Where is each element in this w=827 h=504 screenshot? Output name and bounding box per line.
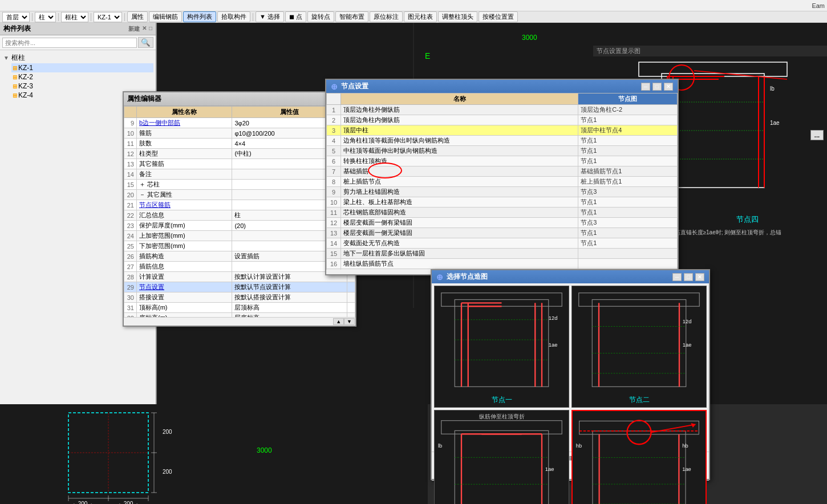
prop-row: 26 插筋构造 设置插筋: [124, 251, 355, 262]
node-row-name: 顶层中柱: [341, 125, 578, 136]
select-node-minimize[interactable]: ─: [672, 273, 682, 281]
prop-row-name: 插筋信息: [137, 262, 232, 272]
prop-row: 24 上加密范围(mm): [124, 231, 355, 241]
node-row[interactable]: 2 顶层边角柱内侧纵筋 节点1: [327, 115, 678, 125]
floor-select[interactable]: 首层: [2, 12, 30, 22]
svg-text:200: 200: [163, 469, 172, 475]
node-row-img: 节点1: [578, 197, 678, 208]
node-settings-minimize[interactable]: ─: [641, 83, 650, 91]
tree-item-kz2[interactable]: ⊞ KZ-2: [11, 72, 153, 82]
scroll-up-btn[interactable]: ▲: [333, 318, 344, 325]
node-col-name: 名称: [341, 94, 578, 105]
tree-item-kz2-label: KZ-2: [18, 73, 33, 81]
node-row[interactable]: 5 中柱顶等截面伸出时纵向钢筋构造 节点1: [327, 146, 678, 156]
tree-item-kz1[interactable]: ⊞ KZ-1: [11, 63, 153, 72]
prop-col-num: [124, 107, 137, 118]
prop-row: 30 搭接设置 按默认搭接设置计算: [124, 292, 355, 303]
attr-btn[interactable]: 属性: [127, 11, 148, 22]
delete-small-btn[interactable]: ✕: [142, 25, 147, 33]
svg-text:←200→: ←200→: [118, 501, 139, 504]
node-row-name: 变截面处无节点构造: [341, 238, 578, 249]
node-row-name: 中柱顶等截面伸出时纵向钢筋构造: [341, 146, 578, 156]
select-btn[interactable]: ▼ 选择: [256, 11, 284, 22]
prop-row-name[interactable]: 节点设置: [137, 282, 232, 292]
node-row-img: 基础插筋节点1: [578, 166, 678, 177]
prop-row-num: 28: [124, 272, 137, 282]
node-settings-close[interactable]: ✕: [664, 83, 673, 91]
node-cell-2[interactable]: 1ae 12d 节点二: [571, 286, 707, 408]
prop-row-name[interactable]: 节点区箍筋: [137, 200, 232, 210]
node-row[interactable]: 4 边角柱柱顶等截面伸出时纵向钢筋构造 节点1: [327, 136, 678, 146]
prop-row: 12 柱类型 (中柱): [124, 149, 355, 159]
node1-label: 节点一: [435, 395, 569, 405]
tree-root-kuangzhu[interactable]: ▼ 框柱: [2, 52, 153, 63]
node-cell-1[interactable]: 12d 1ae 节点一: [434, 286, 569, 408]
edit-rebar-btn[interactable]: 编辑钢筋: [149, 11, 182, 22]
node-row[interactable]: 12 楼层变截面一侧有梁锚固 节点3: [327, 218, 678, 228]
prop-row-name: 箍筋: [137, 128, 232, 139]
prop-row-value[interactable]: 层底标高: [232, 313, 347, 318]
prop-row: 13 其它箍筋: [124, 159, 355, 169]
node-table: 名称 节点图 1 顶层边角柱外侧纵筋 顶层边角柱C-2 2 顶层边角柱内侧纵筋 …: [326, 93, 678, 270]
node-settings-restore[interactable]: □: [652, 83, 662, 91]
prop-row-num: 15: [124, 180, 137, 190]
more-ellipsis-btn[interactable]: ...: [810, 130, 824, 140]
prop-row-value[interactable]: 按默认搭接设置计算: [232, 292, 347, 303]
col-type-select[interactable]: 框柱: [61, 12, 88, 22]
svg-text:hb: hb: [682, 443, 688, 449]
smart-layout-btn[interactable]: 智能布置: [335, 11, 368, 22]
scroll-down-btn[interactable]: ▼: [344, 318, 355, 325]
tree-item-kz3-label: KZ-3: [18, 82, 33, 90]
node-row[interactable]: 7 基础插筋 基础插筋节点1: [327, 166, 678, 177]
svg-text:1ae: 1ae: [545, 465, 554, 472]
adjust-col-top-btn[interactable]: 调整柱顶头: [438, 11, 477, 22]
node-row[interactable]: 11 芯柱钢筋底部锚固构造 节点1: [327, 208, 678, 218]
select-node-restore[interactable]: □: [684, 273, 693, 281]
node-row[interactable]: 3 顶层中柱 顶层中柱节点4: [327, 125, 678, 136]
node-row[interactable]: 8 桩上插筋节点 桩上插筋节点1: [327, 177, 678, 187]
node-row[interactable]: 14 变截面处无节点构造 节点1: [327, 238, 678, 249]
search-input[interactable]: [2, 38, 137, 48]
node-row[interactable]: 10 梁上柱、板上柱基部构造 节点1: [327, 197, 678, 208]
component-type-select[interactable]: 柱: [35, 12, 56, 22]
new-btn[interactable]: 新建: [128, 25, 140, 33]
tree-item-kz3[interactable]: ⊞ KZ-3: [11, 82, 153, 91]
node-row-num: 11: [327, 208, 341, 218]
prop-row-num: 24: [124, 231, 137, 241]
position-btn[interactable]: 按楼位置置: [479, 11, 518, 22]
node-row[interactable]: 9 剪力墙上柱锚固构造 节点3: [327, 187, 678, 197]
kz-select[interactable]: KZ-1: [94, 12, 122, 22]
node-row[interactable]: 1 顶层边角柱外侧纵筋 顶层边角柱C-2: [327, 105, 678, 115]
search-button[interactable]: 🔍: [138, 37, 153, 48]
node-settings-win-btns: ─ □ ✕: [641, 83, 673, 91]
prop-row-num: 25: [124, 241, 137, 251]
prop-row-name: 顶标高(m): [137, 303, 232, 313]
node-row[interactable]: 15 地下一层柱首层多出纵筋锚固: [327, 249, 678, 259]
element-col-table-btn[interactable]: 图元柱表: [404, 11, 437, 22]
prop-row-name[interactable]: b边一侧中部筋: [137, 118, 232, 128]
left-panel-title-text: 构件列表: [3, 24, 31, 34]
node-cell-4[interactable]: 1ae hb hb 节点四: [571, 410, 707, 505]
prop-row-num: 20: [124, 190, 137, 200]
original-annotation-btn[interactable]: 原位标注: [370, 11, 403, 22]
node-row-img: 节点1: [578, 115, 678, 125]
prop-row: 9 b边一侧中部筋 3φ20: [124, 118, 355, 128]
point-btn[interactable]: ◼ 点: [285, 11, 306, 22]
prop-tbody: 9 b边一侧中部筋 3φ20 10 箍筋 φ10@100/200 11 肢数 4…: [124, 118, 355, 318]
kz2-icon: ⊞: [13, 74, 17, 80]
node-row-name: 芯柱钢筋底部锚固构造: [341, 208, 578, 218]
rotate-point-btn[interactable]: 旋转点: [307, 11, 334, 22]
copy-small-btn[interactable]: □: [149, 25, 152, 33]
prop-row-value[interactable]: 按默认节点设置计算: [232, 282, 347, 292]
prop-row: 29 节点设置 按默认节点设置计算: [124, 282, 355, 292]
pick-component-btn[interactable]: 拾取构件: [217, 11, 250, 22]
node-row[interactable]: 13 楼层变截面一侧无梁锚固 节点1: [327, 228, 678, 238]
node-cell-3[interactable]: 纵筋伸至柱顶弯折 1ae lb 节点三: [434, 410, 569, 505]
node-row[interactable]: 16 墙柱纵筋插筋节点: [327, 259, 678, 269]
select-node-close[interactable]: ✕: [695, 273, 704, 281]
component-list-btn[interactable]: 构件列表: [183, 11, 216, 22]
node-row[interactable]: 6 转换柱柱顶构造 节点1: [327, 156, 678, 166]
kz1-icon: ⊞: [13, 65, 17, 71]
prop-row-num: 29: [124, 282, 137, 292]
prop-row-value[interactable]: 层顶标高: [232, 303, 347, 313]
